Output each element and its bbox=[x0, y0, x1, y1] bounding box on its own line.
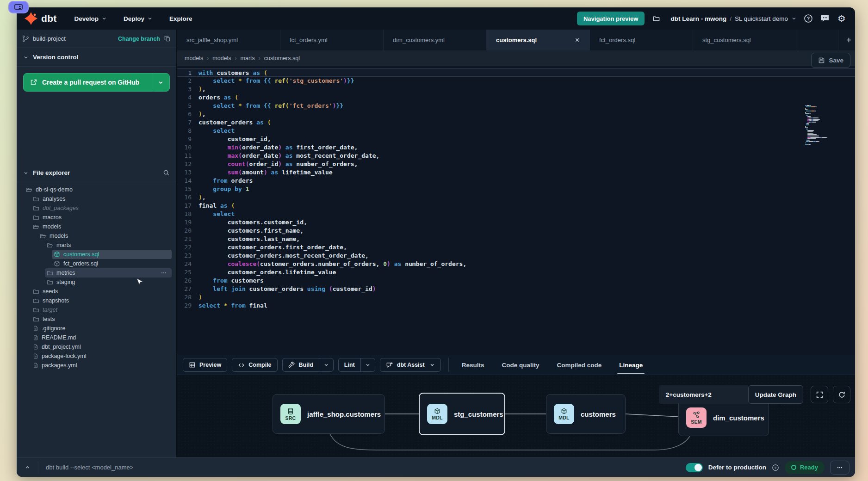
dbt-assist-button[interactable]: dbt Assist bbox=[380, 358, 441, 372]
dropdown-caret[interactable] bbox=[319, 358, 333, 371]
code-line-29[interactable]: 29select * from final bbox=[177, 302, 855, 310]
tree-item-dbt_project.yml[interactable]: dbt_project.yml bbox=[17, 342, 176, 352]
file-explorer-header[interactable]: File explorer bbox=[17, 164, 176, 182]
code-line-27[interactable]: 27 left join customer_orders using (cust… bbox=[177, 285, 855, 293]
tab-customers.sql[interactable]: customers.sql bbox=[487, 30, 590, 50]
new-tab-button[interactable] bbox=[838, 30, 855, 50]
dbt-logo[interactable]: dbt bbox=[24, 12, 57, 25]
settings-gear-icon[interactable]: ⚙ bbox=[837, 13, 847, 24]
preview-button[interactable]: Preview bbox=[183, 358, 227, 372]
defer-help-icon[interactable]: ? bbox=[772, 464, 779, 471]
code-line-15[interactable]: 15 group by 1 bbox=[177, 185, 855, 193]
tree-item-fct_orders.sql[interactable]: fct_orders.sql bbox=[17, 259, 176, 268]
close-tab-icon[interactable] bbox=[574, 37, 580, 43]
breadcrumb-segment[interactable]: models bbox=[185, 55, 203, 62]
code-line-20[interactable]: 20 customers.first_name, bbox=[177, 227, 855, 235]
version-control-header[interactable]: Version control bbox=[17, 48, 176, 67]
lineage-node-stg_customers[interactable]: MDLstg_customers bbox=[419, 393, 505, 435]
overflow-menu-button[interactable] bbox=[830, 461, 849, 475]
code-line-2[interactable]: 2 select * from {{ ref('stg_customers')}… bbox=[177, 77, 855, 85]
tree-item-package-lock.yml[interactable]: package-lock.yml bbox=[17, 352, 176, 361]
tree-item-models[interactable]: models bbox=[17, 222, 176, 231]
change-branch-link[interactable]: Change branch bbox=[118, 36, 160, 42]
command-input[interactable]: dbt build --select <model_name> bbox=[46, 464, 686, 471]
code-line-4[interactable]: 4orders as ( bbox=[177, 93, 855, 102]
status-badge[interactable]: Ready bbox=[785, 461, 825, 474]
feedback-icon[interactable] bbox=[820, 13, 830, 24]
menu-explore[interactable]: Explore bbox=[169, 15, 192, 22]
tree-item-staging[interactable]: staging bbox=[17, 278, 176, 287]
item-menu-icon[interactable] bbox=[161, 270, 170, 276]
code-line-10[interactable]: 10 min(order_date) as first_order_date, bbox=[177, 143, 855, 152]
tab-fct_orders.sql[interactable]: fct_orders.sql bbox=[590, 30, 693, 50]
code-line-1[interactable]: 1with customers as ( bbox=[177, 68, 855, 77]
code-editor[interactable]: 1with customers as (2 select * from {{ r… bbox=[177, 66, 855, 355]
project-breadcrumb[interactable]: dbt Learn - mwong / SL quickstart demo bbox=[670, 15, 797, 22]
code-line-19[interactable]: 19 customers.customer_id, bbox=[177, 218, 855, 227]
tab-src_jaffle_shop.yml[interactable]: src_jaffle_shop.yml bbox=[177, 30, 280, 50]
code-line-3[interactable]: 3), bbox=[177, 85, 855, 93]
code-line-14[interactable]: 14 from orders bbox=[177, 177, 855, 185]
help-icon[interactable]: ? bbox=[803, 13, 813, 24]
code-line-8[interactable]: 8 select bbox=[177, 127, 855, 135]
lineage-node-jaffle_shop.customers[interactable]: SRCjaffle_shop.customers bbox=[273, 394, 385, 434]
code-line-22[interactable]: 22 customer_orders.first_order_date, bbox=[177, 243, 855, 252]
tab-stg_customers.sql[interactable]: stg_customers.sql bbox=[693, 30, 796, 50]
lineage-node-dim_customers[interactable]: SEMdim_customers bbox=[678, 399, 769, 436]
tree-item-README.md[interactable]: README.md bbox=[17, 333, 176, 342]
lineage-selector-input[interactable]: 2+customers+2 bbox=[659, 385, 748, 404]
compile-button[interactable]: Compile bbox=[232, 358, 277, 372]
lint-button[interactable]: Lint bbox=[338, 358, 375, 372]
code-line-26[interactable]: 26 from customers bbox=[177, 277, 855, 285]
panel-tab-results[interactable]: Results bbox=[462, 355, 484, 375]
lineage-canvas[interactable]: SRCjaffle_shop.customersMDLstg_customers… bbox=[177, 375, 855, 457]
code-line-17[interactable]: 17final as ( bbox=[177, 202, 855, 210]
code-line-12[interactable]: 12 count(order_id) as number_of_orders, bbox=[177, 160, 855, 168]
tree-item-analyses[interactable]: analyses bbox=[17, 194, 176, 204]
code-line-6[interactable]: 6), bbox=[177, 110, 855, 118]
tree-item-dbt_packages[interactable]: dbt_packages bbox=[17, 204, 176, 213]
code-line-18[interactable]: 18 select bbox=[177, 210, 855, 218]
dropdown-caret[interactable] bbox=[360, 358, 375, 371]
tree-item-target[interactable]: target bbox=[17, 305, 176, 314]
tree-item-tests[interactable]: tests bbox=[17, 314, 176, 324]
navigation-preview-button[interactable]: Navigation preview bbox=[577, 12, 645, 25]
code-line-23[interactable]: 23 customer_orders.most_recent_order_dat… bbox=[177, 252, 855, 260]
code-line-9[interactable]: 9 customer_id, bbox=[177, 135, 855, 143]
tab-dim_customers.yml[interactable]: dim_customers.yml bbox=[384, 30, 487, 50]
tree-item-.gitignore[interactable]: .gitignore bbox=[17, 324, 176, 333]
tree-item-marts[interactable]: marts bbox=[17, 240, 176, 250]
tree-item-metrics[interactable]: metrics bbox=[17, 268, 176, 278]
breadcrumb-segment[interactable]: models bbox=[212, 55, 231, 62]
build-button[interactable]: Build bbox=[282, 358, 334, 372]
panel-tab-compiled-code[interactable]: Compiled code bbox=[557, 355, 602, 375]
code-line-5[interactable]: 5 select * from {{ ref('fct_orders')}} bbox=[177, 102, 855, 110]
panel-tab-code-quality[interactable]: Code quality bbox=[502, 355, 539, 375]
code-line-25[interactable]: 25 customer_orders.lifetime_value bbox=[177, 268, 855, 277]
menu-deploy[interactable]: Deploy bbox=[124, 15, 153, 22]
lineage-node-customers[interactable]: MDLcustomers bbox=[546, 394, 626, 434]
tree-item-db-sl-qs-demo[interactable]: db-sl-qs-demo bbox=[17, 185, 176, 194]
code-line-16[interactable]: 16), bbox=[177, 193, 855, 202]
code-line-7[interactable]: 7customer_orders as ( bbox=[177, 118, 855, 127]
code-line-13[interactable]: 13 sum(amount) as lifetime_value bbox=[177, 168, 855, 177]
tree-item-seeds[interactable]: seeds bbox=[17, 287, 176, 296]
breadcrumb-segment[interactable]: marts bbox=[241, 55, 255, 62]
tree-item-models[interactable]: models bbox=[17, 231, 176, 240]
copy-icon[interactable] bbox=[164, 35, 171, 42]
breadcrumb-segment[interactable]: customers.sql bbox=[264, 55, 300, 62]
search-icon[interactable] bbox=[163, 169, 170, 176]
menu-develop[interactable]: Develop bbox=[74, 15, 107, 22]
code-line-21[interactable]: 21 customers.last_name, bbox=[177, 235, 855, 243]
pr-dropdown-caret[interactable] bbox=[152, 74, 169, 91]
refresh-icon[interactable] bbox=[833, 386, 850, 403]
tree-item-snapshots[interactable]: snapshots bbox=[17, 296, 176, 305]
tree-item-packages.yml[interactable]: packages.yml bbox=[17, 361, 176, 370]
tree-item-customers.sql[interactable]: customers.sql bbox=[17, 250, 176, 259]
code-line-28[interactable]: 28) bbox=[177, 293, 855, 302]
update-graph-button[interactable]: Update Graph bbox=[748, 385, 803, 404]
collapse-panel-button[interactable] bbox=[17, 458, 38, 477]
tab-fct_orders.yml[interactable]: fct_orders.yml bbox=[280, 30, 384, 50]
fullscreen-icon[interactable] bbox=[811, 386, 828, 403]
code-line-11[interactable]: 11 max(order_date) as most_recent_order_… bbox=[177, 152, 855, 160]
